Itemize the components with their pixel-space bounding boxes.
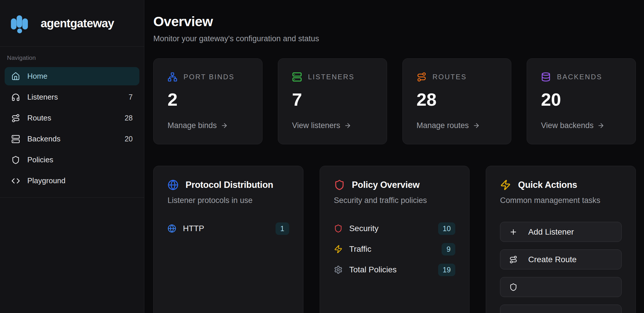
traffic-count-badge: 9	[442, 243, 455, 256]
sidebar-item-count: 20	[125, 135, 133, 143]
stat-link-label: View backends	[541, 121, 593, 130]
protocol-row-http: HTTP 1	[168, 222, 289, 235]
sidebar-item-policies[interactable]: Policies	[5, 151, 139, 169]
quick-action-label: Create Route	[528, 255, 577, 264]
panel-subtitle: Common management tasks	[500, 196, 622, 205]
quick-action-button-partial[interactable]	[500, 305, 622, 313]
zap-icon	[334, 245, 343, 253]
server-icon	[11, 135, 20, 143]
shield-icon	[334, 179, 345, 190]
view-listeners-link[interactable]: View listeners	[292, 121, 373, 130]
page-title: Overview	[153, 13, 636, 29]
shield-icon	[11, 156, 20, 164]
server-icon	[292, 72, 302, 82]
create-route-button[interactable]: Create Route	[500, 249, 622, 269]
arrow-right-icon	[344, 122, 351, 129]
settings-icon	[334, 265, 343, 274]
sidebar-item-count: 28	[125, 114, 133, 122]
sidebar-item-label: Playground	[27, 176, 66, 185]
code-icon	[11, 177, 20, 185]
sidebar-nav: Navigation Home Listeners 7	[0, 47, 144, 198]
stat-value: 20	[541, 91, 622, 109]
panel-title: Quick Actions	[518, 180, 577, 190]
manage-routes-link[interactable]: Manage routes	[417, 121, 497, 130]
stat-card-routes: ROUTES 28 Manage routes	[402, 58, 512, 144]
arrow-right-icon	[473, 122, 480, 129]
sidebar-divider	[0, 197, 144, 198]
nav-section-label: Navigation	[7, 54, 137, 61]
stat-card-header: LISTENERS	[292, 72, 373, 82]
view-backends-link[interactable]: View backends	[541, 121, 622, 130]
zap-icon	[500, 179, 511, 190]
brand[interactable]: agentgateway	[0, 0, 144, 47]
page-subtitle: Monitor your gateway's configuration and…	[153, 34, 636, 43]
panel-header: Protocol Distribution	[168, 179, 289, 190]
panel-title: Policy Overview	[352, 180, 420, 190]
database-icon	[541, 72, 551, 82]
network-icon	[168, 72, 177, 82]
panel-subtitle: Listener protocols in use	[168, 196, 289, 205]
add-listener-button[interactable]: Add Listener	[500, 222, 622, 242]
policy-row-traffic: Traffic 9	[334, 242, 456, 256]
sidebar-item-label: Listeners	[27, 93, 58, 102]
manage-binds-link[interactable]: Manage binds	[168, 121, 248, 130]
stat-card-port-binds: PORT BINDS 2 Manage binds	[153, 58, 262, 144]
home-icon	[11, 72, 20, 81]
stat-value: 7	[292, 91, 373, 109]
panel-header: Quick Actions	[500, 179, 622, 190]
panel-body: HTTP 1	[168, 222, 289, 235]
sidebar-item-listeners[interactable]: Listeners 7	[5, 88, 139, 106]
arrow-right-icon	[221, 122, 228, 129]
protocol-distribution-panel: Protocol Distribution Listener protocols…	[153, 166, 303, 313]
quick-actions-panel: Quick Actions Common management tasks Ad…	[486, 166, 636, 313]
app-root: agentgateway Navigation Home Listeners 7	[0, 0, 644, 313]
panel-header: Policy Overview	[334, 179, 456, 190]
panel-subtitle: Security and traffic policies	[334, 196, 456, 205]
route-icon	[417, 72, 427, 82]
panel-body: Add Listener Create Route	[500, 222, 622, 313]
stat-label: LISTENERS	[308, 73, 355, 81]
sidebar-item-label: Backends	[27, 134, 60, 143]
stat-card-header: ROUTES	[417, 72, 497, 82]
stat-label: BACKENDS	[557, 73, 602, 81]
stat-label: ROUTES	[433, 73, 467, 81]
stats-row: PORT BINDS 2 Manage binds LISTENERS	[153, 58, 636, 144]
plus-icon	[509, 228, 517, 236]
stat-value: 2	[168, 91, 248, 109]
quick-action-label: Add Listener	[528, 227, 574, 237]
route-icon	[11, 114, 20, 123]
stat-link-label: View listeners	[292, 121, 340, 130]
protocol-label: HTTP	[183, 224, 204, 233]
total-policies-count-badge: 19	[438, 264, 456, 276]
sidebar-item-label: Home	[27, 72, 47, 81]
panel-title: Protocol Distribution	[186, 180, 273, 190]
stat-card-backends: BACKENDS 20 View backends	[527, 58, 636, 144]
stat-label: PORT BINDS	[184, 73, 235, 81]
sidebar-item-routes[interactable]: Routes 28	[5, 109, 139, 127]
stat-link-label: Manage binds	[168, 121, 217, 130]
globe-icon	[168, 224, 176, 233]
main-content: Overview Monitor your gateway's configur…	[144, 0, 644, 313]
panels-row: Protocol Distribution Listener protocols…	[153, 166, 636, 313]
globe-icon	[168, 179, 179, 190]
headphones-icon	[11, 93, 20, 102]
sidebar: agentgateway Navigation Home Listeners 7	[0, 0, 144, 313]
security-count-badge: 10	[438, 222, 456, 235]
policy-row-label: Traffic	[349, 244, 371, 254]
sidebar-item-playground[interactable]: Playground	[5, 172, 139, 190]
stat-link-label: Manage routes	[417, 121, 469, 130]
configure-policy-button[interactable]	[500, 277, 622, 297]
brand-name: agentgateway	[41, 17, 114, 30]
route-icon	[509, 256, 517, 264]
stat-card-header: PORT BINDS	[168, 72, 248, 82]
shield-icon	[334, 224, 343, 233]
protocol-count-badge: 1	[276, 222, 289, 235]
sidebar-item-count: 7	[129, 93, 133, 101]
sidebar-item-home[interactable]: Home	[5, 67, 139, 85]
policy-row-total: Total Policies 19	[334, 263, 456, 276]
stat-value: 28	[417, 91, 497, 109]
agentgateway-logo-icon	[8, 10, 33, 36]
sidebar-item-backends[interactable]: Backends 20	[5, 130, 139, 148]
policy-row-label: Total Policies	[349, 265, 397, 274]
stat-card-header: BACKENDS	[541, 72, 622, 82]
